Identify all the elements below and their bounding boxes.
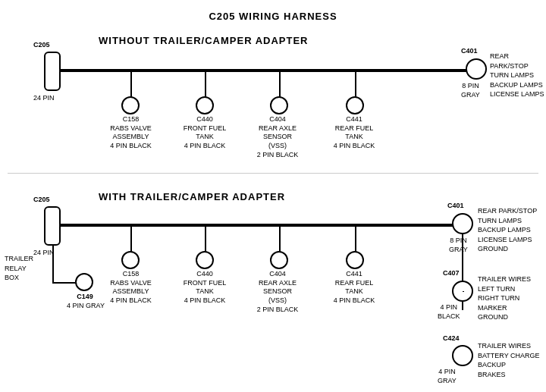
hline-s2 (61, 224, 466, 227)
c149-sublabel: 4 PIN GRAY (64, 302, 108, 311)
c158-connector-s2 (121, 251, 140, 269)
vline-c404-s2 (279, 225, 281, 252)
section2-label: WITH TRAILER/CAMPER ADAPTER (99, 191, 285, 202)
trailer-relay-label: TRAILERRELAYBOX (5, 254, 33, 283)
c441-label-s1: C441REAR FUELTANK4 PIN BLACK (331, 115, 377, 151)
hline-s1 (61, 69, 479, 72)
c205-sublabel-s1: 24 PIN (33, 94, 55, 103)
c401-right-label-s1: REAR PARK/STOPTURN LAMPSBACKUP LAMPSLICE… (490, 52, 546, 99)
section1-label: WITHOUT TRAILER/CAMPER ADAPTER (99, 35, 309, 46)
vline-trailer-relay (52, 246, 54, 284)
c441-connector-s1 (346, 96, 364, 114)
c407-label-s2: C407 (443, 269, 460, 278)
c205-connector-s1 (44, 52, 61, 91)
c404-label-s2: C404REAR AXLESENSOR(VSS)2 PIN BLACK (255, 270, 300, 314)
c404-label-s1: C404REAR AXLESENSOR(VSS)2 PIN BLACK (255, 115, 300, 159)
c407-right-label-s2: TRAILER WIRESLEFT TURNRIGHT TURNMARKERGR… (478, 274, 531, 322)
c440-connector-s1 (196, 96, 214, 114)
c158-label-s1: C158RABS VALVEASSEMBLY4 PIN BLACK (106, 115, 155, 151)
page-title: C205 WIRING HARNESS (0, 5, 546, 22)
vline-c404-s1 (279, 71, 281, 97)
c440-label-s1: C440FRONT FUELTANK4 PIN BLACK (182, 115, 228, 151)
diagram-container: C205 WIRING HARNESS WITHOUT TRAILER/CAMP… (0, 0, 546, 372)
c407-sublabel-s2: 4 PINBLACK (438, 303, 460, 321)
c401-label-s1: C401 (461, 47, 478, 56)
c401-label-s2: C401 (447, 202, 464, 211)
vline-c441-s1 (355, 71, 356, 97)
divider (8, 173, 538, 174)
c407-hline (463, 291, 464, 292)
c441-connector-s2 (346, 251, 364, 269)
vline-c440-s1 (205, 71, 206, 97)
c440-connector-s2 (196, 251, 214, 269)
c424-connector-s2 (452, 345, 473, 366)
vline-c441-s2 (355, 225, 356, 252)
c149-label: C149 (66, 293, 104, 302)
c401-right-label-s2: REAR PARK/STOPTURN LAMPSBACKUP LAMPSLICE… (478, 206, 537, 254)
c158-connector-s1 (121, 96, 140, 114)
c404-connector-s1 (270, 96, 288, 114)
c205-label-s2: C205 (33, 196, 50, 205)
c424-label-s2: C424 (443, 334, 460, 343)
vline-c158-s1 (130, 71, 132, 97)
c424-right-label-s2: TRAILER WIRESBATTERY CHARGEBACKUPBRAKES (478, 341, 540, 379)
c149-connector (75, 273, 93, 291)
c205-connector-s2 (44, 206, 61, 246)
vline-c158-s2 (130, 225, 132, 252)
c401-connector-s2 (452, 213, 473, 234)
c401-connector-s1 (466, 58, 487, 80)
c205-sublabel-s2: 24 PIN (33, 249, 55, 258)
c424-sublabel-s2: 4 PINGRAY (438, 368, 457, 385)
c401-sublabel-s2: 8 PINGRAY (449, 237, 468, 254)
c404-connector-s2 (270, 251, 288, 269)
c158-label-s2: C158RABS VALVEASSEMBLY4 PIN BLACK (106, 270, 155, 306)
vline-c440-s2 (205, 225, 206, 252)
c441-label-s2: C441REAR FUELTANK4 PIN BLACK (331, 270, 377, 306)
c440-label-s2: C440FRONT FUELTANK4 PIN BLACK (182, 270, 228, 306)
c205-label-s1: C205 (33, 41, 50, 50)
c401-sublabel-s1: 8 PINGRAY (461, 82, 480, 99)
